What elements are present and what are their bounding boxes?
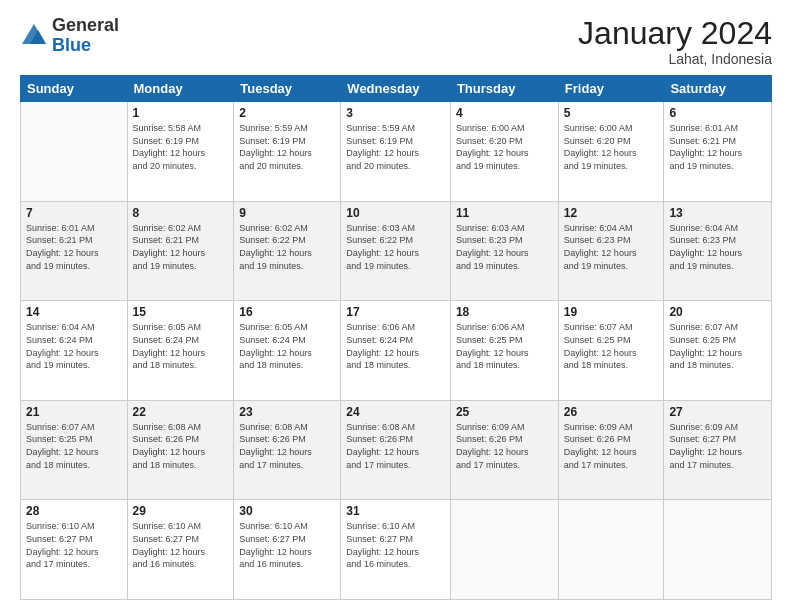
day-number: 4 xyxy=(456,106,553,120)
day-info: Sunrise: 5:58 AM Sunset: 6:19 PM Dayligh… xyxy=(133,122,229,172)
table-row: 17Sunrise: 6:06 AM Sunset: 6:24 PM Dayli… xyxy=(341,301,451,401)
day-number: 28 xyxy=(26,504,122,518)
table-row: 22Sunrise: 6:08 AM Sunset: 6:26 PM Dayli… xyxy=(127,400,234,500)
day-number: 12 xyxy=(564,206,659,220)
calendar-week-row: 28Sunrise: 6:10 AM Sunset: 6:27 PM Dayli… xyxy=(21,500,772,600)
day-info: Sunrise: 6:05 AM Sunset: 6:24 PM Dayligh… xyxy=(133,321,229,371)
day-number: 2 xyxy=(239,106,335,120)
logo-text: General Blue xyxy=(52,16,119,56)
day-info: Sunrise: 5:59 AM Sunset: 6:19 PM Dayligh… xyxy=(239,122,335,172)
table-row: 9Sunrise: 6:02 AM Sunset: 6:22 PM Daylig… xyxy=(234,201,341,301)
logo: General Blue xyxy=(20,16,119,56)
day-number: 22 xyxy=(133,405,229,419)
table-row: 3Sunrise: 5:59 AM Sunset: 6:19 PM Daylig… xyxy=(341,102,451,202)
day-number: 14 xyxy=(26,305,122,319)
logo-general: General xyxy=(52,16,119,36)
table-row: 5Sunrise: 6:00 AM Sunset: 6:20 PM Daylig… xyxy=(558,102,664,202)
day-number: 5 xyxy=(564,106,659,120)
table-row: 21Sunrise: 6:07 AM Sunset: 6:25 PM Dayli… xyxy=(21,400,128,500)
table-row: 30Sunrise: 6:10 AM Sunset: 6:27 PM Dayli… xyxy=(234,500,341,600)
table-row: 13Sunrise: 6:04 AM Sunset: 6:23 PM Dayli… xyxy=(664,201,772,301)
day-info: Sunrise: 6:03 AM Sunset: 6:23 PM Dayligh… xyxy=(456,222,553,272)
day-info: Sunrise: 6:10 AM Sunset: 6:27 PM Dayligh… xyxy=(133,520,229,570)
col-monday: Monday xyxy=(127,76,234,102)
logo-icon xyxy=(20,22,48,50)
day-number: 24 xyxy=(346,405,445,419)
table-row: 2Sunrise: 5:59 AM Sunset: 6:19 PM Daylig… xyxy=(234,102,341,202)
day-info: Sunrise: 6:06 AM Sunset: 6:25 PM Dayligh… xyxy=(456,321,553,371)
day-number: 15 xyxy=(133,305,229,319)
day-info: Sunrise: 6:07 AM Sunset: 6:25 PM Dayligh… xyxy=(26,421,122,471)
day-info: Sunrise: 6:09 AM Sunset: 6:27 PM Dayligh… xyxy=(669,421,766,471)
day-number: 20 xyxy=(669,305,766,319)
table-row: 19Sunrise: 6:07 AM Sunset: 6:25 PM Dayli… xyxy=(558,301,664,401)
day-number: 17 xyxy=(346,305,445,319)
table-row: 16Sunrise: 6:05 AM Sunset: 6:24 PM Dayli… xyxy=(234,301,341,401)
day-info: Sunrise: 6:09 AM Sunset: 6:26 PM Dayligh… xyxy=(564,421,659,471)
calendar-page: General Blue January 2024 Lahat, Indones… xyxy=(0,0,792,612)
table-row: 14Sunrise: 6:04 AM Sunset: 6:24 PM Dayli… xyxy=(21,301,128,401)
day-number: 23 xyxy=(239,405,335,419)
col-friday: Friday xyxy=(558,76,664,102)
day-info: Sunrise: 6:10 AM Sunset: 6:27 PM Dayligh… xyxy=(346,520,445,570)
day-info: Sunrise: 6:07 AM Sunset: 6:25 PM Dayligh… xyxy=(564,321,659,371)
day-number: 16 xyxy=(239,305,335,319)
table-row: 4Sunrise: 6:00 AM Sunset: 6:20 PM Daylig… xyxy=(450,102,558,202)
day-number: 3 xyxy=(346,106,445,120)
day-number: 18 xyxy=(456,305,553,319)
calendar-week-row: 21Sunrise: 6:07 AM Sunset: 6:25 PM Dayli… xyxy=(21,400,772,500)
day-number: 11 xyxy=(456,206,553,220)
calendar-header-row: Sunday Monday Tuesday Wednesday Thursday… xyxy=(21,76,772,102)
day-info: Sunrise: 6:04 AM Sunset: 6:23 PM Dayligh… xyxy=(564,222,659,272)
col-sunday: Sunday xyxy=(21,76,128,102)
day-info: Sunrise: 6:00 AM Sunset: 6:20 PM Dayligh… xyxy=(456,122,553,172)
day-number: 7 xyxy=(26,206,122,220)
day-info: Sunrise: 6:02 AM Sunset: 6:22 PM Dayligh… xyxy=(239,222,335,272)
day-info: Sunrise: 6:10 AM Sunset: 6:27 PM Dayligh… xyxy=(26,520,122,570)
day-info: Sunrise: 6:05 AM Sunset: 6:24 PM Dayligh… xyxy=(239,321,335,371)
day-info: Sunrise: 6:00 AM Sunset: 6:20 PM Dayligh… xyxy=(564,122,659,172)
day-number: 27 xyxy=(669,405,766,419)
logo-blue: Blue xyxy=(52,36,119,56)
table-row: 6Sunrise: 6:01 AM Sunset: 6:21 PM Daylig… xyxy=(664,102,772,202)
table-row: 31Sunrise: 6:10 AM Sunset: 6:27 PM Dayli… xyxy=(341,500,451,600)
table-row: 23Sunrise: 6:08 AM Sunset: 6:26 PM Dayli… xyxy=(234,400,341,500)
table-row: 26Sunrise: 6:09 AM Sunset: 6:26 PM Dayli… xyxy=(558,400,664,500)
day-info: Sunrise: 6:08 AM Sunset: 6:26 PM Dayligh… xyxy=(346,421,445,471)
col-tuesday: Tuesday xyxy=(234,76,341,102)
subtitle: Lahat, Indonesia xyxy=(578,51,772,67)
table-row: 29Sunrise: 6:10 AM Sunset: 6:27 PM Dayli… xyxy=(127,500,234,600)
col-saturday: Saturday xyxy=(664,76,772,102)
table-row: 7Sunrise: 6:01 AM Sunset: 6:21 PM Daylig… xyxy=(21,201,128,301)
title-area: January 2024 Lahat, Indonesia xyxy=(578,16,772,67)
month-title: January 2024 xyxy=(578,16,772,51)
day-number: 29 xyxy=(133,504,229,518)
day-number: 31 xyxy=(346,504,445,518)
day-info: Sunrise: 6:04 AM Sunset: 6:23 PM Dayligh… xyxy=(669,222,766,272)
day-info: Sunrise: 6:08 AM Sunset: 6:26 PM Dayligh… xyxy=(239,421,335,471)
col-wednesday: Wednesday xyxy=(341,76,451,102)
day-number: 6 xyxy=(669,106,766,120)
day-number: 25 xyxy=(456,405,553,419)
day-number: 10 xyxy=(346,206,445,220)
table-row: 25Sunrise: 6:09 AM Sunset: 6:26 PM Dayli… xyxy=(450,400,558,500)
day-number: 30 xyxy=(239,504,335,518)
table-row xyxy=(450,500,558,600)
day-info: Sunrise: 5:59 AM Sunset: 6:19 PM Dayligh… xyxy=(346,122,445,172)
table-row: 24Sunrise: 6:08 AM Sunset: 6:26 PM Dayli… xyxy=(341,400,451,500)
day-number: 26 xyxy=(564,405,659,419)
day-info: Sunrise: 6:07 AM Sunset: 6:25 PM Dayligh… xyxy=(669,321,766,371)
day-number: 1 xyxy=(133,106,229,120)
day-number: 19 xyxy=(564,305,659,319)
calendar-week-row: 1Sunrise: 5:58 AM Sunset: 6:19 PM Daylig… xyxy=(21,102,772,202)
day-info: Sunrise: 6:03 AM Sunset: 6:22 PM Dayligh… xyxy=(346,222,445,272)
table-row xyxy=(664,500,772,600)
table-row: 27Sunrise: 6:09 AM Sunset: 6:27 PM Dayli… xyxy=(664,400,772,500)
table-row: 18Sunrise: 6:06 AM Sunset: 6:25 PM Dayli… xyxy=(450,301,558,401)
day-info: Sunrise: 6:02 AM Sunset: 6:21 PM Dayligh… xyxy=(133,222,229,272)
table-row: 15Sunrise: 6:05 AM Sunset: 6:24 PM Dayli… xyxy=(127,301,234,401)
day-number: 21 xyxy=(26,405,122,419)
table-row xyxy=(21,102,128,202)
day-info: Sunrise: 6:01 AM Sunset: 6:21 PM Dayligh… xyxy=(26,222,122,272)
day-number: 13 xyxy=(669,206,766,220)
